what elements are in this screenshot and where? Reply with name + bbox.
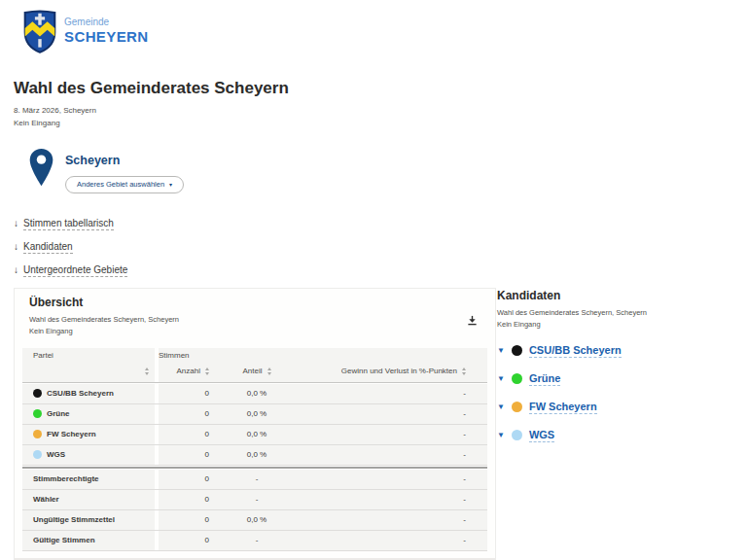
summary-row: Ungültige Stimmzettel 0 0,0 % -	[22, 510, 487, 531]
party-gain-loss: -	[291, 389, 472, 398]
summary-row: Stimmberechtigte 0 - -	[22, 470, 487, 490]
candidates-party-link[interactable]: CSU/BB Scheyern	[529, 344, 622, 358]
party-gain-loss: -	[291, 409, 472, 418]
column-header-gain: Gewinn und Verlust in %-Punkten	[341, 367, 457, 375]
brand-text: Gemeinde SCHEYERN	[64, 17, 149, 47]
party-color-dot	[33, 450, 42, 459]
party-color-dot	[512, 402, 522, 412]
summary-share: -	[209, 536, 291, 544]
column-header-count: Anzahl	[177, 367, 200, 375]
results-table-body: CSU/BB Scheyern 0 0,0 % - Grüne 0 0,0	[22, 384, 487, 560]
party-name: WGS	[47, 450, 65, 459]
area-selector: Scheyern Anderes Gebiet auswählen ▾	[28, 147, 184, 193]
summary-label: Ungültige Stimmzettel	[33, 515, 115, 524]
area-name: Scheyern	[65, 154, 184, 167]
change-area-button[interactable]: Anderes Gebiet auswählen ▾	[65, 176, 184, 193]
expand-triangle-icon[interactable]: ▼	[497, 375, 505, 383]
download-icon	[467, 315, 478, 326]
party-vote-count: 0	[159, 409, 209, 418]
summary-gain-loss: -	[291, 536, 472, 544]
candidates-party-item: ▼ CSU/BB Scheyern	[497, 344, 721, 358]
brand-org-type: Gemeinde	[64, 17, 149, 29]
party-gain-loss: -	[291, 430, 472, 438]
candidates-party-list: ▼ CSU/BB Scheyern ▼ Grüne ▼ FW Scheyern …	[497, 344, 721, 442]
site-header-logo[interactable]: Gemeinde SCHEYERN	[23, 9, 149, 54]
election-date: 8. März 2026, Scheyern	[14, 105, 289, 118]
party-vote-share: 0,0 %	[209, 430, 291, 438]
summary-label: Wähler	[33, 495, 59, 504]
overview-subtitle-block: Wahl des Gemeinderates Scheyern, Scheyer…	[29, 314, 480, 338]
party-row: FW Scheyern 0 0,0 % -	[22, 425, 487, 445]
down-arrow-icon: ↓	[14, 241, 18, 252]
party-gain-loss: -	[291, 450, 472, 459]
party-name: FW Scheyern	[47, 430, 96, 438]
summary-gain-loss: -	[291, 495, 472, 504]
sort-icon-party[interactable]	[145, 368, 149, 375]
summary-gain-loss: -	[291, 474, 472, 483]
party-color-dot	[512, 373, 522, 384]
anchor-label: Kandidaten	[23, 241, 73, 254]
down-arrow-icon: ↓	[14, 218, 18, 228]
candidates-subtitle-block: Wahl des Gemeinderates Scheyern, Scheyer…	[497, 307, 721, 332]
coat-of-arms-icon	[23, 9, 56, 54]
summary-gain-loss: -	[291, 515, 472, 524]
page-title-block: Wahl des Gemeinderates Scheyern 8. März …	[14, 79, 289, 130]
sort-icon-gain[interactable]	[462, 368, 466, 375]
summary-label: Gültige Stimmen	[33, 536, 95, 544]
anchor-label: Untergeordnete Gebiete	[23, 264, 127, 277]
overview-subtitle: Wahl des Gemeinderates Scheyern, Scheyer…	[29, 314, 480, 326]
table-section-divider	[22, 467, 487, 469]
reporting-status: Kein Eingang	[14, 118, 289, 130]
caret-down-icon: ▾	[169, 182, 172, 188]
column-header-share: Anteil	[242, 367, 262, 375]
overview-status: Kein Eingang	[29, 326, 480, 337]
summary-count: 0	[159, 495, 209, 504]
down-arrow-icon: ↓	[14, 264, 18, 275]
party-vote-share: 0,0 %	[209, 450, 291, 459]
expand-triangle-icon[interactable]: ▼	[497, 403, 505, 411]
anchor-link[interactable]: ↓ Kandidaten	[14, 241, 127, 254]
candidates-subtitle: Wahl des Gemeinderates Scheyern, Scheyer…	[497, 307, 721, 319]
anchor-link[interactable]: ↓ Untergeordnete Gebiete	[14, 264, 127, 277]
candidates-party-item: ▼ Grüne	[497, 372, 721, 386]
candidates-party-link[interactable]: WGS	[529, 429, 554, 442]
candidates-title: Kandidaten	[497, 289, 721, 302]
party-vote-share: 0,0 %	[209, 409, 291, 418]
column-group-votes: Stimmen	[159, 351, 190, 360]
party-name: Grüne	[47, 409, 70, 418]
page-title: Wahl des Gemeinderates Scheyern	[14, 79, 289, 98]
summary-share: 0,0 %	[209, 515, 291, 524]
summary-share: -	[209, 495, 291, 504]
candidates-party-link[interactable]: FW Scheyern	[529, 401, 597, 414]
party-vote-count: 0	[159, 389, 209, 398]
candidates-party-item: ▼ WGS	[497, 429, 721, 442]
location-pin-icon	[28, 147, 54, 188]
summary-share: -	[209, 474, 291, 483]
change-area-label: Anderes Gebiet auswählen	[77, 181, 164, 189]
party-color-dot	[512, 345, 522, 356]
section-anchors: ↓ Stimmen tabellarisch ↓ Kandidaten ↓ Un…	[14, 218, 127, 288]
party-color-dot	[512, 430, 522, 440]
party-vote-share: 0,0 %	[209, 389, 291, 398]
anchor-link[interactable]: ↓ Stimmen tabellarisch	[14, 218, 127, 230]
party-row: CSU/BB Scheyern 0 0,0 % -	[22, 384, 487, 404]
summary-count: 0	[159, 536, 209, 544]
download-button[interactable]	[465, 312, 480, 331]
column-header-party: Partei	[22, 348, 155, 361]
party-vote-count: 0	[159, 430, 209, 438]
sort-icon-share[interactable]	[267, 368, 271, 375]
results-table-header: Partei Stimmen Anzahl Anteil Gewinn und …	[22, 345, 487, 383]
summary-row: Wähler 0 - -	[22, 490, 487, 510]
summary-count: 0	[159, 474, 209, 483]
expand-triangle-icon[interactable]: ▼	[497, 432, 505, 439]
expand-triangle-icon[interactable]: ▼	[497, 347, 505, 355]
candidates-party-link[interactable]: Grüne	[529, 372, 560, 386]
anchor-label: Stimmen tabellarisch	[23, 218, 114, 230]
overview-title: Übersicht	[29, 296, 480, 309]
summary-label: Stimmberechtigte	[33, 474, 99, 483]
summary-row: Gültige Stimmen 0 - -	[22, 531, 487, 551]
page-meta: 8. März 2026, Scheyern Kein Eingang	[14, 105, 289, 130]
overview-card-header: Übersicht Wahl des Gemeinderates Scheyer…	[15, 289, 495, 344]
party-name: CSU/BB Scheyern	[47, 389, 114, 398]
candidates-party-item: ▼ FW Scheyern	[497, 401, 721, 414]
